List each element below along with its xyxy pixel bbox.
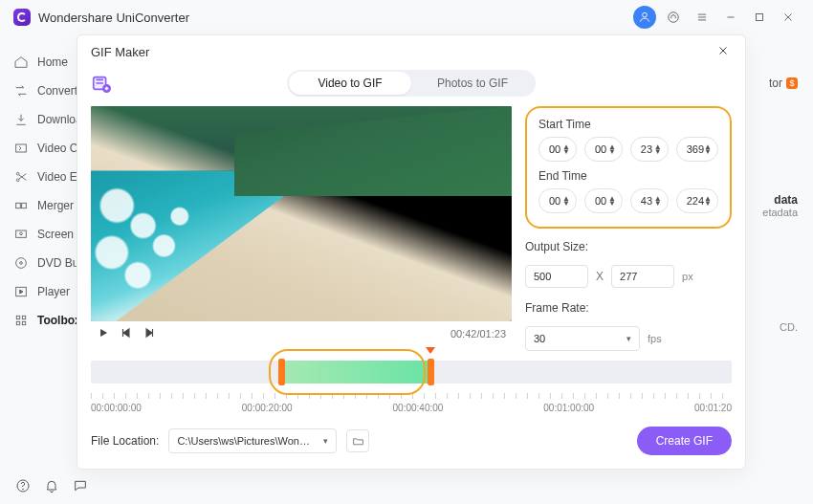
background-hints: tor $ dataetadata CD.	[740, 77, 798, 436]
dimension-separator: X	[596, 270, 604, 283]
modal-footer: File Location: C:\Users\ws\Pictures\Wond…	[77, 415, 745, 469]
bg-text: data	[740, 193, 798, 207]
merge-icon	[13, 198, 29, 213]
timeline-handle-end[interactable]	[428, 359, 434, 385]
bg-text: etadata	[740, 207, 798, 218]
menu-button[interactable]	[691, 6, 714, 29]
modal-header: GIF Maker	[77, 35, 745, 68]
statusbar	[0, 470, 813, 504]
frame-rate-label: Frame Rate:	[525, 301, 732, 315]
svg-point-1	[669, 12, 679, 23]
frame-rate-unit: fps	[648, 333, 662, 344]
tabs-row: Video to GIF Photos to GIF	[77, 68, 745, 106]
svg-point-9	[20, 232, 23, 235]
gif-maker-modal: GIF Maker Video to GIF Photos to GIF	[77, 34, 746, 470]
output-unit: px	[682, 271, 693, 282]
next-button[interactable]	[143, 326, 156, 342]
end-ms-stepper[interactable]: 224▲▼	[676, 188, 718, 213]
dollar-badge: $	[786, 77, 798, 89]
end-hour-stepper[interactable]: 00▲▼	[538, 188, 577, 213]
chevron-down-icon: ▾	[626, 334, 631, 343]
play-button[interactable]	[97, 326, 110, 342]
disc-icon	[13, 255, 29, 271]
start-hour-stepper[interactable]: 00▲▼	[538, 137, 577, 162]
tab-label: Video to GIF	[318, 77, 382, 90]
stepper-arrows-icon: ▲▼	[654, 144, 662, 154]
tab-video-to-gif[interactable]: Video to GIF	[289, 72, 411, 95]
modal-close-button[interactable]	[716, 44, 732, 59]
bg-text: tor	[769, 77, 782, 90]
selection-highlight	[269, 349, 426, 395]
settings-column: Start Time 00▲▼ 00▲▼ 23▲▼ 369▲▼ End Time…	[525, 106, 732, 347]
file-path: C:\Users\ws\Pictures\Wonders	[177, 435, 311, 447]
support-button[interactable]	[662, 6, 685, 29]
svg-rect-13	[16, 316, 19, 318]
svg-point-18	[23, 488, 24, 489]
button-label: Create GIF	[656, 434, 713, 448]
chevron-down-icon: ▾	[323, 436, 328, 446]
prev-button[interactable]	[120, 326, 133, 342]
time-display: 00:42/01:23	[450, 328, 506, 340]
create-gif-button[interactable]: Create GIF	[637, 427, 732, 455]
download-icon	[13, 112, 29, 127]
svg-point-4	[16, 172, 19, 175]
open-folder-button[interactable]	[346, 429, 369, 452]
end-sec-stepper[interactable]: 43▲▼	[630, 188, 669, 213]
stepper-arrows-icon: ▲▼	[608, 144, 616, 154]
time-range-box: Start Time 00▲▼ 00▲▼ 23▲▼ 369▲▼ End Time…	[525, 106, 732, 229]
nav-label: Player	[37, 285, 70, 298]
tick-label: 00:01:00:00	[543, 403, 594, 413]
tab-label: Photos to GIF	[437, 77, 508, 90]
account-button[interactable]	[633, 6, 656, 29]
tab-photos-to-gif[interactable]: Photos to GIF	[411, 72, 534, 95]
svg-rect-2	[757, 14, 763, 21]
tick-label: 00:01:20	[694, 403, 732, 413]
play-icon	[13, 284, 29, 299]
stepper-arrows-icon: ▲▼	[562, 196, 570, 206]
app-icon	[13, 9, 31, 26]
file-location-label: File Location:	[91, 434, 159, 448]
scissors-icon	[13, 169, 29, 185]
feedback-icon[interactable]	[73, 478, 88, 496]
stepper-arrows-icon: ▲▼	[654, 196, 662, 206]
titlebar: Wondershare UniConverter	[0, 0, 813, 34]
compress-icon	[13, 141, 29, 156]
minimize-button[interactable]	[719, 6, 742, 29]
maximize-button[interactable]	[748, 6, 771, 29]
end-min-stepper[interactable]: 00▲▼	[584, 188, 623, 213]
svg-rect-8	[16, 230, 27, 237]
stepper-arrows-icon: ▲▼	[608, 196, 616, 206]
end-time-label: End Time	[538, 169, 718, 183]
add-media-button[interactable]	[91, 73, 112, 94]
modal-title: GIF Maker	[91, 45, 149, 59]
file-location-select[interactable]: C:\Users\ws\Pictures\Wonders ▾	[168, 428, 337, 453]
player-controls: 00:42/01:23	[91, 321, 512, 347]
svg-rect-15	[16, 321, 19, 324]
timeline: 00:00:00:00 00:00:20:00 00:00:40:00 00:0…	[77, 347, 745, 415]
start-min-stepper[interactable]: 00▲▼	[584, 137, 623, 162]
close-button[interactable]	[777, 6, 800, 29]
video-column: 00:42/01:23	[91, 106, 512, 347]
mode-tabs: Video to GIF Photos to GIF	[287, 70, 536, 97]
video-preview[interactable]	[91, 106, 512, 321]
svg-rect-6	[16, 203, 21, 208]
svg-point-10	[16, 258, 27, 269]
tick-label: 00:00:20:00	[242, 403, 293, 413]
playhead-icon[interactable]	[426, 347, 435, 354]
stepper-arrows-icon: ▲▼	[704, 144, 712, 154]
stepper-arrows-icon: ▲▼	[704, 196, 712, 206]
tick-label: 00:00:00:00	[91, 403, 142, 413]
help-icon[interactable]	[15, 478, 31, 496]
home-icon	[13, 55, 29, 70]
convert-icon	[13, 83, 29, 99]
bell-icon[interactable]	[44, 478, 59, 496]
output-height-input[interactable]: 277	[611, 265, 674, 288]
bg-text: CD.	[740, 321, 798, 333]
start-sec-stepper[interactable]: 23▲▼	[630, 137, 669, 162]
start-ms-stepper[interactable]: 369▲▼	[676, 137, 718, 162]
output-width-input[interactable]: 500	[525, 265, 588, 288]
app-title: Wondershare UniConverter	[38, 11, 189, 25]
nav-label: Home	[37, 55, 68, 69]
output-size-label: Output Size:	[525, 240, 732, 253]
svg-rect-7	[22, 203, 27, 208]
